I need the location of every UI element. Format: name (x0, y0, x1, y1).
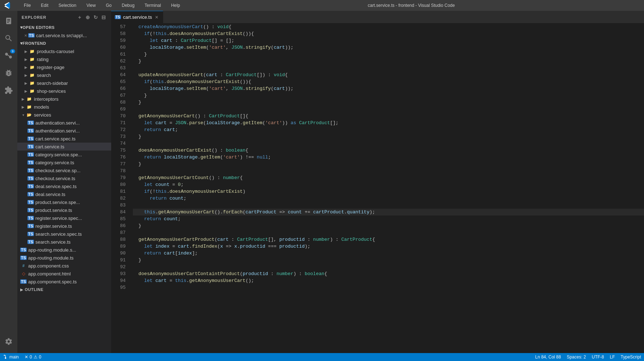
code-line: localStorage.setItem('cart', JSON.string… (133, 85, 644, 92)
file-app-spec[interactable]: TS app.component.spec.ts (17, 278, 111, 286)
folder-interceptors[interactable]: ▶ 📁 interceptors (17, 95, 111, 103)
activity-source-control[interactable]: 9 (0, 47, 17, 64)
explorer-header: Explorer + ⊕ ↻ ⊟ (17, 11, 111, 23)
folder-icon: 📁 (29, 73, 35, 78)
ts-icon: TS (27, 216, 34, 220)
menu-view[interactable]: View (84, 2, 98, 9)
file-deal-spec[interactable]: TS deal.service.spec.ts (17, 182, 111, 190)
code-line: createAnonymousUserCart() : void{ (133, 23, 644, 30)
line-number: 74 (111, 140, 126, 147)
code-line: let cart : CartProduct[] = []; (133, 37, 644, 44)
file-app-html[interactable]: ◇ app.component.html (17, 270, 111, 278)
file-tree: ▾ Open Editors ✕ TS cart.service.ts src\… (17, 23, 111, 353)
folder-products-carousel[interactable]: ▶ 📁 products-carousel (17, 47, 111, 55)
folder-services[interactable]: ▾ 📂 services (17, 111, 111, 119)
file-category-service[interactable]: TS category.service.ts (17, 158, 111, 166)
menu-selection[interactable]: Selection (56, 2, 78, 9)
file-cart-spec[interactable]: TS cart.service.spec.ts (17, 135, 111, 143)
menu-help[interactable]: Help (169, 2, 182, 9)
activity-explorer[interactable] (0, 12, 17, 30)
menu-terminal[interactable]: Terminal (143, 2, 163, 9)
line-col[interactable]: Ln 84, Col 88 (535, 355, 561, 360)
file-app-routing-spec[interactable]: TS app-routing.module.s... (17, 246, 111, 254)
open-editors-section[interactable]: ▾ Open Editors (17, 23, 111, 31)
ts-icon: TS (27, 184, 34, 188)
open-file-label: cart.service.ts src\app\... (36, 33, 111, 38)
tab-cart-service[interactable]: TS cart.service.ts ✕ (111, 11, 163, 23)
line-number: 72 (111, 126, 126, 133)
folder-shop-services[interactable]: ▶ 📁 shop-services (17, 87, 111, 95)
code-line (133, 229, 644, 236)
code-editor[interactable]: createAnonymousUserCart() : void{ if(!th… (130, 23, 644, 353)
activity-debug[interactable] (0, 64, 17, 82)
collapse-all-icon[interactable]: ⊟ (100, 14, 107, 21)
refresh-icon[interactable]: ↻ (92, 14, 99, 21)
activity-settings[interactable] (0, 333, 17, 350)
code-line: let index = cart.findIndex(x => x.produc… (133, 243, 644, 250)
editor-tabs: TS cart.service.ts ✕ (111, 11, 644, 23)
new-file-icon[interactable]: + (77, 14, 83, 21)
line-number: 75 (111, 147, 126, 154)
file-cart-service-active[interactable]: TS cart.service.ts (17, 143, 111, 151)
close-tab-icon[interactable]: ✕ (23, 33, 28, 38)
file-register-spec[interactable]: TS register.service.spec... (17, 214, 111, 222)
code-line: } (133, 133, 644, 140)
spaces[interactable]: Spaces: 2 (567, 355, 586, 360)
folder-search[interactable]: ▶ 📁 search (17, 71, 111, 79)
file-app-routing[interactable]: TS app-routing.module.ts (17, 254, 111, 262)
menu-edit[interactable]: Edit (39, 2, 51, 9)
new-folder-icon[interactable]: ⊕ (84, 14, 91, 21)
line-number: 71 (111, 119, 126, 126)
file-checkout-spec[interactable]: TS checkout.service.sp... (17, 166, 111, 174)
ts-icon: TS (27, 232, 34, 236)
branch-label: main (9, 355, 19, 360)
folder-icon: 📁 (29, 89, 35, 93)
code-line: return cart; (133, 126, 644, 133)
line-number: 93 (111, 270, 126, 277)
file-deal-service[interactable]: TS deal.service.ts (17, 190, 111, 198)
folder-models[interactable]: ▶ 📁 models (17, 103, 111, 111)
css-icon: # (20, 264, 27, 268)
activity-extensions[interactable] (0, 82, 17, 99)
code-line (133, 168, 644, 174)
file-checkout-service[interactable]: TS checkout.service.ts (17, 174, 111, 182)
code-line: getAnonymousUserCartCount() : number{ (133, 174, 644, 181)
code-line (133, 202, 644, 209)
file-search-spec[interactable]: TS search.service.spec.ts (17, 230, 111, 238)
file-product-spec[interactable]: TS product.service.spe... (17, 198, 111, 206)
file-category-spec[interactable]: TS category.service.spe... (17, 151, 111, 158)
open-file-cart-service[interactable]: ✕ TS cart.service.ts src\app\... (17, 31, 111, 39)
ts-icon: TS (27, 200, 34, 204)
code-line: doesAnonymousUserCartContaintProduct(pro… (133, 270, 644, 277)
git-branch[interactable]: main (3, 355, 19, 360)
folder-register-page[interactable]: ▶ 📁 register-page (17, 63, 111, 71)
menu-go[interactable]: Go (104, 2, 114, 9)
file-search-service[interactable]: TS search.service.ts (17, 238, 111, 246)
line-number: 88 (111, 236, 126, 243)
encoding[interactable]: UTF-8 (592, 355, 604, 360)
errors-warnings[interactable]: ✕0 ⚠0 (25, 355, 41, 360)
ts-icon: TS (27, 136, 34, 141)
frontend-section[interactable]: ▾ FRONTEND (17, 39, 111, 47)
line-number: 60 (111, 44, 126, 51)
file-register-service[interactable]: TS register.service.ts (17, 222, 111, 230)
file-auth-service-1[interactable]: TS authentication.servi... (17, 119, 111, 127)
line-number: 82 (111, 195, 126, 202)
language-mode[interactable]: TypeScript (621, 355, 641, 360)
tab-label: cart.service.ts (123, 14, 152, 20)
menu-debug[interactable]: Debug (119, 2, 136, 9)
line-number: 81 (111, 188, 126, 195)
line-number: 65 (111, 78, 126, 85)
file-product-service[interactable]: TS product.service.ts (17, 206, 111, 214)
file-app-css[interactable]: # app.component.css (17, 262, 111, 270)
menu-file[interactable]: File (22, 2, 33, 9)
line-ending[interactable]: LF (610, 355, 615, 360)
activity-search[interactable] (0, 30, 17, 47)
folder-rating[interactable]: ▶ 📁 rating (17, 55, 111, 63)
outline-section[interactable]: ▶ OUTLINE (17, 286, 111, 293)
titlebar: File Edit Selection View Go Debug Termin… (0, 0, 644, 11)
file-auth-service-2[interactable]: TS authentication.servi... (17, 127, 111, 135)
folder-search-sidebar[interactable]: ▶ 📁 search-sidebar (17, 79, 111, 87)
line-number: 59 (111, 37, 126, 44)
tab-close-icon[interactable]: ✕ (154, 14, 159, 21)
